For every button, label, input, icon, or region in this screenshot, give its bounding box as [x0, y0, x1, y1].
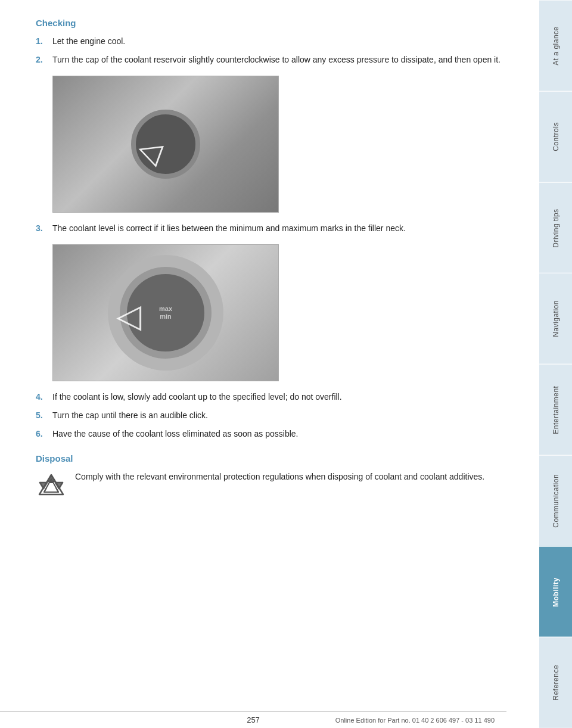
section-title-checking: Checking — [36, 18, 515, 28]
step-text-2: Turn the cap of the coolant reservoir sl… — [52, 54, 500, 66]
disposal-title: Disposal — [36, 453, 515, 463]
sidebar-label-reference: Reference — [552, 665, 560, 701]
step-number-1: 1. — [36, 35, 52, 48]
sidebar-item-mobility[interactable]: Mobility — [539, 546, 572, 637]
disposal-text: Comply with the relevant environmental p… — [75, 471, 484, 483]
disposal-section: Disposal — [36, 453, 515, 503]
sidebar-label-driving-tips: Driving tips — [552, 209, 560, 247]
steps-list-2: 3. The coolant level is correct if it li… — [36, 222, 515, 235]
disposal-content: Comply with the relevant environmental p… — [36, 471, 515, 503]
recycling-icon — [36, 472, 67, 503]
steps-list: 1. Let the engine cool. 2. Turn the cap … — [36, 35, 515, 66]
step-text-4: If the coolant is low, slowly add coolan… — [52, 391, 342, 403]
step-item-5: 5. Turn the cap until there is an audibl… — [36, 409, 515, 422]
sidebar-label-controls: Controls — [552, 122, 560, 151]
step-number-6: 6. — [36, 428, 52, 440]
sidebar-item-at-a-glance[interactable]: At a glance — [539, 0, 572, 91]
coolant-cap-illustration — [53, 76, 278, 212]
sidebar-item-driving-tips[interactable]: Driving tips — [539, 182, 572, 273]
sidebar-item-controls[interactable]: Controls — [539, 91, 572, 182]
step-item-4: 4. If the coolant is low, slowly add coo… — [36, 391, 515, 403]
footer-text: Online Edition for Part no. 01 40 2 606 … — [335, 717, 495, 724]
step-number-4: 4. — [36, 391, 52, 403]
sidebar: At a glance Controls Driving tips Naviga… — [539, 0, 572, 728]
sidebar-item-communication[interactable]: Communication — [539, 455, 572, 546]
sidebar-label-communication: Communication — [552, 474, 560, 528]
page-number: 257 — [247, 715, 260, 724]
step-item-2: 2. Turn the cap of the coolant reservoir… — [36, 54, 515, 66]
steps-list-3: 4. If the coolant is low, slowly add coo… — [36, 391, 515, 440]
sidebar-label-at-a-glance: At a glance — [552, 26, 560, 66]
step-number-3: 3. — [36, 222, 52, 235]
filler-neck-illustration: maxmin — [53, 245, 278, 381]
sidebar-label-mobility: Mobility — [552, 577, 560, 606]
step-item-6: 6. Have the cause of the coolant loss el… — [36, 428, 515, 440]
sidebar-item-navigation[interactable]: Navigation — [539, 273, 572, 364]
sidebar-label-entertainment: Entertainment — [552, 385, 560, 434]
sidebar-item-reference[interactable]: Reference — [539, 637, 572, 728]
step-text-3: The coolant level is correct if it lies … — [52, 222, 406, 235]
step-text-5: Turn the cap until there is an audible c… — [52, 409, 208, 422]
step-item-3: 3. The coolant level is correct if it li… — [36, 222, 515, 235]
step-item-1: 1. Let the engine cool. — [36, 35, 515, 48]
step-text-6: Have the cause of the coolant loss elimi… — [52, 428, 298, 440]
sidebar-label-navigation: Navigation — [552, 300, 560, 337]
sidebar-item-entertainment[interactable]: Entertainment — [539, 364, 572, 455]
step-number-2: 2. — [36, 54, 52, 66]
filler-neck-labels: maxmin — [159, 305, 172, 321]
bottom-bar: 257 Online Edition for Part no. 01 40 2 … — [0, 711, 506, 728]
step-number-5: 5. — [36, 409, 52, 422]
step-text-1: Let the engine cool. — [52, 35, 125, 48]
main-content: Checking 1. Let the engine cool. 2. Turn… — [0, 0, 539, 728]
coolant-cap-image — [52, 76, 279, 213]
filler-neck-image: maxmin — [52, 244, 279, 381]
